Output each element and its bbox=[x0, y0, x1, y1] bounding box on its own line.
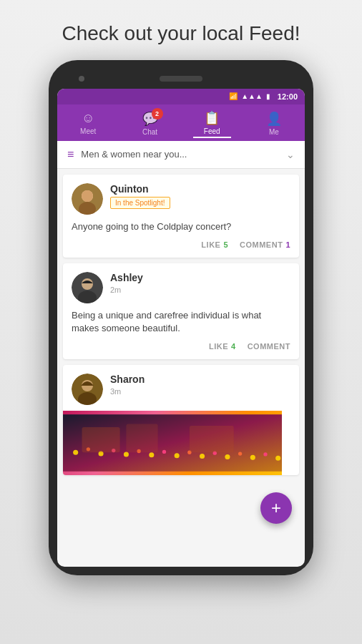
feed-icon: 📋 bbox=[204, 110, 220, 126]
svg-point-25 bbox=[250, 455, 255, 460]
signal-icon: ▲▲▲ bbox=[241, 92, 263, 100]
svg-rect-29 bbox=[126, 424, 157, 453]
svg-point-19 bbox=[175, 453, 180, 458]
post-username: Quinton bbox=[110, 183, 170, 195]
comment-button[interactable]: COMMENT bbox=[248, 342, 290, 351]
svg-point-18 bbox=[162, 450, 166, 454]
like-count: 4 bbox=[231, 342, 236, 351]
svg-point-27 bbox=[275, 456, 280, 461]
post-actions: LIKE 4 COMMENT bbox=[72, 342, 290, 351]
svg-point-23 bbox=[225, 454, 230, 459]
post-image bbox=[63, 411, 282, 475]
svg-point-26 bbox=[263, 452, 267, 456]
comment-label: COMMENT bbox=[240, 240, 283, 249]
filter-bar[interactable]: ≡ Men & women near you... ⌄ bbox=[57, 141, 305, 169]
like-label: LIKE bbox=[209, 342, 228, 351]
tab-feed-label: Feed bbox=[204, 127, 220, 135]
like-label: LIKE bbox=[201, 240, 220, 249]
filter-icon: ≡ bbox=[67, 148, 74, 161]
avatar bbox=[72, 183, 103, 215]
wifi-icon: 📶 bbox=[229, 92, 238, 100]
feed-content: Quinton In the Spotlight! Anyone going t… bbox=[57, 169, 305, 567]
svg-rect-28 bbox=[82, 427, 120, 452]
status-bar: 📶 ▲▲▲ ▮ 12:00 bbox=[57, 89, 305, 104]
post-text: Anyone going to the Coldplay concert? bbox=[72, 220, 290, 233]
post-card: Quinton In the Spotlight! Anyone going t… bbox=[63, 175, 299, 258]
tab-meet[interactable]: ☺ Meet bbox=[69, 109, 107, 137]
chevron-down-icon: ⌄ bbox=[286, 149, 295, 160]
svg-point-17 bbox=[149, 452, 154, 457]
comment-label: COMMENT bbox=[248, 342, 290, 351]
svg-point-5 bbox=[82, 278, 93, 290]
status-time: 12:00 bbox=[278, 92, 298, 101]
svg-point-21 bbox=[200, 454, 205, 459]
meet-icon: ☺ bbox=[82, 111, 94, 126]
me-icon: 👤 bbox=[266, 111, 282, 127]
tab-meet-label: Meet bbox=[80, 127, 96, 135]
avatar bbox=[72, 272, 103, 303]
tab-chat[interactable]: 💬 2 Chat bbox=[132, 109, 169, 137]
like-button[interactable]: LIKE 5 bbox=[201, 240, 228, 249]
post-time: 2m bbox=[110, 286, 143, 294]
svg-rect-30 bbox=[190, 426, 234, 452]
like-button[interactable]: LIKE 4 bbox=[209, 342, 236, 351]
post-text: Being a unique and carefree individual i… bbox=[72, 309, 290, 335]
speaker-grille bbox=[160, 76, 202, 82]
comment-count: 1 bbox=[285, 240, 290, 249]
tab-me-label: Me bbox=[269, 128, 279, 136]
battery-icon: ▮ bbox=[266, 92, 270, 100]
camera-dot bbox=[79, 76, 84, 82]
plus-icon: + bbox=[271, 498, 281, 518]
nav-tabs: ☺ Meet 💬 2 Chat 📋 Feed 👤 Me bbox=[57, 104, 305, 141]
phone-frame: 📶 ▲▲▲ ▮ 12:00 ☺ Meet 💬 2 Chat 📋 Feed bbox=[49, 60, 313, 575]
post-username: Sharon bbox=[110, 374, 145, 385]
svg-point-11 bbox=[73, 450, 78, 455]
post-card: Ashley 2m Being a unique and carefree in… bbox=[63, 263, 299, 359]
svg-point-24 bbox=[238, 452, 242, 456]
tab-feed[interactable]: 📋 Feed bbox=[193, 109, 231, 138]
chat-badge: 2 bbox=[152, 108, 163, 119]
page-title: Check out your local Feed! bbox=[33, 0, 328, 60]
comment-button[interactable]: COMMENT 1 bbox=[240, 240, 290, 249]
create-post-button[interactable]: + bbox=[260, 492, 292, 524]
svg-point-3 bbox=[82, 190, 93, 202]
like-count: 5 bbox=[223, 240, 228, 249]
phone-screen: 📶 ▲▲▲ ▮ 12:00 ☺ Meet 💬 2 Chat 📋 Feed bbox=[57, 89, 305, 567]
phone-top-bar bbox=[57, 69, 305, 89]
post-actions: LIKE 5 COMMENT 1 bbox=[72, 240, 290, 249]
filter-text: Men & women near you... bbox=[81, 149, 286, 160]
svg-point-15 bbox=[124, 452, 129, 457]
avatar bbox=[72, 374, 103, 405]
tab-chat-label: Chat bbox=[142, 128, 157, 136]
spotlight-badge: In the Spotlight! bbox=[110, 197, 170, 209]
post-time: 3m bbox=[110, 387, 145, 396]
post-card: Sharon 3m bbox=[63, 365, 299, 475]
post-username: Ashley bbox=[110, 272, 143, 283]
tab-me[interactable]: 👤 Me bbox=[255, 109, 293, 137]
